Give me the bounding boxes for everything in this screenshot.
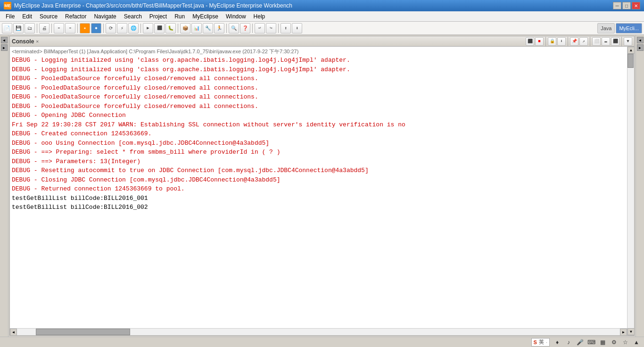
menu-refactor[interactable]: Refactor (61, 12, 90, 21)
right-sidebar-btn-1[interactable]: ◀ (637, 37, 644, 43)
h-scroll-right[interactable]: ▶ (620, 329, 627, 336)
new-button[interactable]: 📄 (2, 23, 12, 33)
status-icon-6[interactable]: ⚙ (610, 339, 618, 346)
toolbar-btn-21[interactable]: ⬆ (281, 23, 291, 33)
v-scroll-up-btn[interactable]: ▲ (627, 47, 634, 54)
console-line-0: DEBUG - Logging initialized using 'class… (12, 56, 625, 65)
menu-file[interactable]: File (2, 12, 18, 21)
h-scroll-left[interactable]: ◀ (10, 329, 17, 336)
menu-myeclipse[interactable]: MyEclipse (189, 12, 222, 21)
menu-window[interactable]: Window (222, 12, 250, 21)
toolbar-btn-17[interactable]: 🔍 (229, 23, 239, 33)
cs-sep-3 (590, 37, 590, 46)
status-icon-1[interactable]: ♦ (553, 339, 561, 346)
console-restore-btn[interactable]: ⬜ (592, 37, 601, 46)
console-min-btn[interactable]: ▬ (602, 37, 610, 46)
toolbar-btn-11[interactable]: ⬛ (154, 23, 165, 33)
console-max-btn[interactable]: ⬛ (611, 37, 619, 46)
status-icon-5[interactable]: ▦ (599, 339, 606, 346)
console-open-btn[interactable]: ↗ (579, 37, 588, 46)
toolbar-btn-22[interactable]: ⬇ (292, 23, 302, 33)
v-scroll-thumb[interactable] (627, 54, 634, 68)
toolbar-btn-4[interactable]: ➡ (65, 23, 75, 33)
cs-sep-4 (621, 37, 622, 46)
java-perspective-btn[interactable]: Java (597, 23, 615, 33)
toolbar-btn-19[interactable]: ↩ (255, 23, 265, 33)
status-icon-4[interactable]: ⌨ (587, 339, 595, 346)
console-line-13: DEBUG - Closing JDBC Connection [com.mys… (12, 175, 625, 185)
save-button[interactable]: 💾 (13, 23, 24, 33)
toolbar-btn-16[interactable]: 🏃 (214, 23, 224, 33)
save-all-button[interactable]: 🗂 (25, 23, 35, 33)
console-scroll-end-btn[interactable]: ⬇ (557, 37, 566, 46)
toolbar-btn-8[interactable]: ⚡ (117, 23, 127, 33)
console-pin-btn[interactable]: 📌 (570, 37, 578, 46)
title-bar: ME MyEclipse Java Enterprise - Chapter3/… (0, 0, 644, 11)
console-line-9: DEBUG - ooo Using Connection [com.mysql.… (12, 139, 625, 148)
status-icon-3[interactable]: 🎤 (576, 339, 584, 346)
console-view-menu-btn[interactable]: ▼ (624, 37, 632, 46)
menu-navigate[interactable]: Navigate (90, 12, 120, 21)
print-button[interactable]: 🖨 (39, 23, 50, 33)
left-sidebar-btn-2[interactable]: ▶ (1, 44, 8, 51)
console-line-2: DEBUG - PooledDataSource forcefully clos… (12, 74, 625, 83)
console-line-10: DEBUG - ==> Preparing: select * from smb… (12, 148, 625, 157)
toolbar-btn-15[interactable]: 🔧 (203, 23, 213, 33)
toolbar-sep-6 (178, 24, 178, 33)
console-close-icon[interactable]: ✕ (36, 39, 41, 44)
menu-project[interactable]: Project (146, 12, 171, 21)
toolbar-btn-10[interactable]: ▶ (143, 23, 153, 33)
minimize-button[interactable]: ─ (613, 2, 621, 9)
right-sidebar: ◀ ▶ (636, 35, 644, 337)
console-line-4: DEBUG - PooledDataSource forcefully clos… (12, 92, 625, 102)
ime-label: S (534, 339, 537, 345)
left-sidebar-btn-1[interactable]: ◀ (1, 37, 8, 43)
menu-source[interactable]: Source (36, 12, 61, 21)
console-terminate-btn[interactable]: ■ (535, 37, 544, 46)
console-line-7: Fri Sep 22 19:30:28 CST 2017 WARN: Estab… (12, 120, 625, 130)
toolbar-btn-5[interactable]: ★ (80, 23, 90, 33)
menu-search[interactable]: Search (120, 12, 146, 21)
console-line-6: DEBUG - Opening JDBC Connection (12, 111, 625, 120)
menu-run[interactable]: Run (171, 12, 189, 21)
toolbar-btn-9[interactable]: 🌐 (128, 23, 139, 33)
status-icon-2[interactable]: ♪ (565, 339, 572, 346)
console-line-16: testGetBillList billCode:BILL2016_002 (12, 203, 625, 212)
maximize-button[interactable]: □ (622, 2, 631, 9)
console-scroll-lock-btn[interactable]: 🔒 (548, 37, 556, 46)
ime-area[interactable]: S 英 · (531, 338, 550, 347)
console-line-15: testGetBillList billCode:BILL2016_001 (12, 194, 625, 203)
right-sidebar-btn-2[interactable]: ▶ (637, 44, 644, 51)
menu-help[interactable]: Help (250, 12, 269, 21)
terminated-line: <terminated> BillMapperTest (1) [Java Ap… (12, 48, 625, 56)
window-title: MyEclipse Java Enterprise - Chapter3/src… (14, 2, 292, 9)
status-right: S 英 · ♦ ♪ 🎤 ⌨ ▦ ⚙ ☆ ▲ (531, 338, 640, 347)
console-clear-btn[interactable]: ⬛ (526, 37, 534, 46)
console-line-1: DEBUG - Logging initialized using 'class… (12, 65, 625, 74)
toolbar-btn-13[interactable]: 📦 (180, 23, 190, 33)
toolbar-btn-7[interactable]: ⟳ (106, 23, 116, 33)
status-icon-7[interactable]: ☆ (621, 339, 629, 346)
console-line-8: DEBUG - Created connection 1245363669. (12, 129, 625, 139)
window-controls[interactable]: ─ □ ✕ (613, 2, 640, 9)
toolbar-btn-6[interactable]: ◆ (91, 23, 101, 33)
toolbar-btn-14[interactable]: 📊 (191, 23, 202, 33)
toolbar-btn-20[interactable]: ↪ (266, 23, 276, 33)
status-icon-8[interactable]: ▲ (633, 339, 640, 346)
close-button[interactable]: ✕ (632, 2, 640, 9)
left-sidebar: ◀ ▶ (0, 35, 8, 337)
h-scrollbar[interactable]: ◀ ▶ (10, 328, 627, 335)
myecli-label: MyEcli... (619, 25, 639, 31)
console-main: <terminated> BillMapperTest (1) [Java Ap… (10, 47, 627, 335)
console-line-11: DEBUG - ==> Parameters: 13(Integer) (12, 157, 625, 166)
h-scroll-thumb[interactable] (36, 329, 130, 335)
myeclipse-perspective-btn[interactable]: MyEcli... (616, 23, 642, 33)
ime-lang: 英 (539, 339, 544, 346)
menu-edit[interactable]: Edit (18, 12, 36, 21)
toolbar-sep-3 (77, 24, 78, 33)
toolbar-btn-12[interactable]: 🐛 (165, 23, 176, 33)
v-scroll-down-btn[interactable]: ▼ (627, 328, 634, 335)
toolbar-btn-18[interactable]: ❓ (240, 23, 250, 33)
toolbar-btn-3[interactable]: ⬅ (54, 23, 64, 33)
main-workspace: ◀ ▶ Console ✕ ⬛ ■ 🔒 ⬇ 📌 ↗ ⬜ ▬ ⬛ (0, 35, 644, 337)
